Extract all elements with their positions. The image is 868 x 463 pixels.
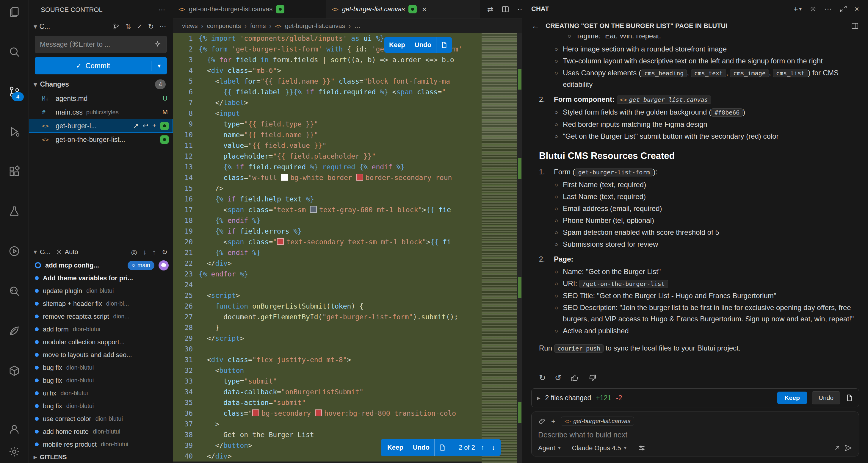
undo-button[interactable]: Undo [410,41,436,49]
commit-row[interactable]: sitemap + header fixdion-bl... [29,297,173,310]
code-line[interactable]: 2{% form 'get-burger-list-form' with { i… [173,44,522,55]
code-line[interactable]: 13 {% if field.required %} required {% e… [173,161,522,172]
undo-button[interactable]: Undo [812,391,840,404]
commit-row[interactable]: Add theme variables for pri... [29,272,173,284]
chat-settings-icon[interactable] [809,5,817,13]
code-line[interactable]: 20 <span class="text-secondary text-sm m… [173,237,522,247]
graph-section-header[interactable]: ▾ G... Auto ◎ ↓ ↑ ↻ [29,245,173,259]
code-line[interactable]: 26 function onBurgerListSubmit(token) { [173,301,522,312]
commit-row[interactable]: move to layouts and add seo... [29,348,173,361]
file-chip[interactable]: <>get-burger-list.canvas [617,95,711,104]
thumbs-down-icon[interactable] [588,373,597,382]
code-line[interactable]: 15 /> [173,183,522,194]
code-line[interactable]: 37 > [173,419,522,429]
commit-button[interactable]: ✓ Commit ▾ [35,57,167,74]
code-line[interactable]: 7 </label> [173,97,522,108]
repo-row[interactable]: ▾ C... ⇅ ✓ ↻ ⋯ [29,20,173,33]
files-icon[interactable] [7,5,22,19]
breadcrumb-symbol[interactable]: … [354,22,361,29]
commit-row[interactable]: mobile res productdion-blutui [29,438,173,451]
code-line[interactable]: 23{% endfor %} [173,269,522,279]
regenerate-icon[interactable]: ↻ [539,373,546,383]
commit-row[interactable]: remove recaptca scriptdion... [29,310,173,323]
tools-icon[interactable] [638,444,646,452]
sidebar-more-icon[interactable]: ⋯ [159,6,165,14]
commit-row[interactable]: modular collection support... [29,336,173,348]
stage-icon[interactable]: + [152,122,156,130]
breadcrumb-item[interactable]: components [207,22,241,29]
live-preview-icon[interactable] [7,244,22,258]
settings-gear-icon[interactable] [7,444,22,459]
code-line[interactable]: 14 class="w-full bg-white border border-… [173,172,522,183]
code-line[interactable]: 3 {% for field in form.fields | sort((a,… [173,55,522,65]
undo-button[interactable]: Undo [408,444,434,452]
account-icon[interactable] [7,422,22,436]
code-line[interactable]: 8 <input [173,108,522,119]
file-row[interactable]: #main.csspublic/stylesM [29,105,173,119]
copy-file-icon[interactable] [845,394,854,402]
commit-button-main[interactable]: ✓ Commit [35,62,151,70]
search-icon[interactable] [7,44,22,59]
minimap[interactable] [482,33,517,463]
code-line[interactable]: 34 data-callback="onBurgerListSubmit" [173,387,522,397]
code-line[interactable]: 25 <script> [173,290,522,301]
code-line[interactable]: 17 <span class="text-sm text-gray-600 mt… [173,205,522,215]
run-debug-icon[interactable] [7,124,22,138]
more-icon[interactable]: ⋯ [159,23,166,31]
sync-icon[interactable]: ⇅ [125,23,131,31]
tab-close-icon[interactable]: × [422,5,427,14]
file-row[interactable]: <>get-on-the-burger-list... [29,133,173,146]
gitlens-section[interactable]: ▸ GITLENS [29,451,173,463]
code-line[interactable]: 11 value="{{ field.value }}" [173,140,522,151]
code-line[interactable]: 36 class="bg-secondary hover:bg-red-800 … [173,408,522,419]
copy-file-icon[interactable] [434,439,450,456]
expand-icon[interactable] [839,5,847,13]
code-line[interactable]: 10 name="{{ field.name }}" [173,129,522,140]
commit-row[interactable]: add formdion-blutui [29,323,173,336]
code-line[interactable]: 33 type="submit" [173,376,522,387]
close-icon[interactable]: × [855,4,859,14]
code-line[interactable]: 22 </div> [173,258,522,269]
files-changed-bar[interactable]: ▸ 2 files changed +121 -2 Keep Undo [531,388,859,407]
attachment-chip[interactable]: <> get-burger-list.canvas [561,416,634,426]
code-line[interactable]: 9 type="{{ field.type }}" [173,119,522,129]
send-icon[interactable] [844,444,852,452]
code-line[interactable]: 38 Get on the Burger List [173,429,522,440]
code-line[interactable]: 29 </script> [173,333,522,344]
next-diff-icon[interactable]: ↓ [488,443,499,452]
push-icon[interactable]: ↑ [152,248,156,256]
keep-button[interactable]: Keep [777,392,807,404]
commit-row[interactable]: bug fixdion-blutui [29,400,173,412]
back-icon[interactable]: ← [531,21,539,31]
testing-icon[interactable] [7,204,22,218]
tab-get-on-the-burger-list[interactable]: <> get-on-the-burger-list.canvas [173,0,326,19]
commit-message-input[interactable]: Message (⌘Enter to ... [35,36,167,53]
more-icon[interactable]: ⋯ [824,4,832,14]
branch-badge[interactable]: ○main [128,261,154,270]
code-line[interactable]: 6 {{ field.label }}{% if field.required … [173,87,522,97]
commit-row[interactable]: add mcp config...○main [29,259,173,272]
commit-dropdown-icon[interactable]: ▾ [151,62,167,69]
split-view-icon[interactable] [851,22,859,30]
undo-icon[interactable]: ↺ [555,373,562,383]
paperclip-icon[interactable] [538,418,546,425]
code-line[interactable]: 12 placeholder="{{ field.placeholder }}" [173,151,522,161]
split-editor-icon[interactable] [501,5,509,13]
discard-icon[interactable]: ↩ [143,122,148,130]
leaf-icon[interactable] [7,324,22,338]
commit-row[interactable]: ui fixdion-blutui [29,387,173,400]
add-context-icon[interactable]: + [551,417,555,426]
code-line[interactable]: 31 <div class="flex justify-end mt-8"> [173,354,522,365]
previous-diff-icon[interactable]: ↑ [477,443,488,452]
target-icon[interactable]: ◎ [131,248,137,256]
keep-button[interactable]: Keep [382,444,408,452]
code-line[interactable]: 4 <div class="mb-6"> [173,65,522,76]
copy-file-icon[interactable] [436,37,452,53]
refresh-icon[interactable]: ↻ [162,248,167,256]
code-line[interactable]: 24 [173,279,522,290]
open-file-icon[interactable]: ↗ [133,122,138,130]
code-line[interactable]: 21 {% endif %} [173,247,522,258]
code-line[interactable]: 19 {% if field.errors %} [173,226,522,237]
file-row[interactable]: M↓agents.mdU [29,92,173,105]
check-icon[interactable]: ✓ [136,23,142,31]
